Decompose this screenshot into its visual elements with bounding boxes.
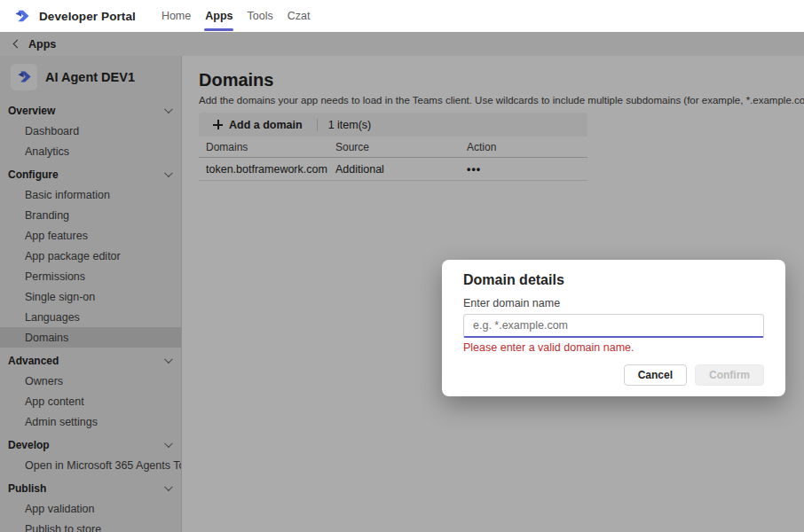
domain-name-label: Enter domain name bbox=[463, 297, 764, 309]
dialog-footer: Cancel Confirm bbox=[463, 364, 764, 386]
top-nav: Home Apps Tools Czat bbox=[154, 0, 317, 32]
top-header: Developer Portal Home Apps Tools Czat bbox=[0, 0, 804, 32]
nav-czat[interactable]: Czat bbox=[280, 0, 318, 32]
domain-details-dialog: Domain details Enter domain name Please … bbox=[442, 260, 785, 396]
confirm-button[interactable]: Confirm bbox=[695, 364, 764, 386]
nav-apps[interactable]: Apps bbox=[198, 0, 240, 32]
developer-portal-logo-icon bbox=[13, 7, 31, 25]
nav-tools[interactable]: Tools bbox=[240, 0, 280, 32]
validation-error-message: Please enter a valid domain name. bbox=[463, 341, 764, 354]
nav-home[interactable]: Home bbox=[154, 0, 198, 32]
domain-name-input[interactable] bbox=[463, 314, 764, 338]
cancel-button[interactable]: Cancel bbox=[624, 364, 687, 386]
brand-title: Developer Portal bbox=[39, 10, 136, 23]
dialog-title: Domain details bbox=[463, 271, 764, 289]
